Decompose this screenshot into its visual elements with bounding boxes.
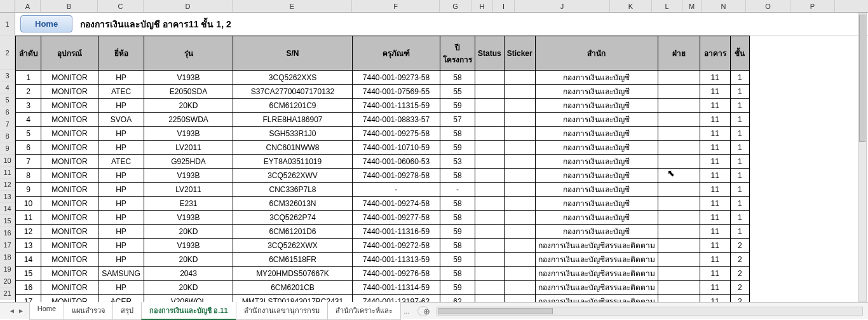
cell[interactable]: 1 [730,113,749,127]
cell[interactable]: 2 [730,295,749,303]
cell[interactable] [475,239,505,253]
table-header[interactable]: สำนัก [535,36,658,71]
cell[interactable]: 7440-001-09275-58 [353,127,440,141]
cell[interactable]: 10 [16,197,41,211]
cell[interactable]: 11 [700,253,730,267]
table-header[interactable]: อุปกรณ์ [41,36,98,71]
cell[interactable]: 20KD [144,281,233,295]
row-header-3[interactable]: 3 [0,70,15,82]
select-all-corner[interactable] [0,0,15,13]
cell[interactable]: HP [98,169,144,183]
cell[interactable] [504,239,535,253]
table-header[interactable]: ชั้น [730,36,749,71]
cell[interactable] [658,239,700,253]
cell[interactable]: HP [98,99,144,113]
cell[interactable] [658,295,700,303]
cell[interactable]: 6CM326013N [233,197,353,211]
cell[interactable] [504,267,535,281]
cell[interactable]: HP [98,211,144,225]
cell[interactable]: HP [98,253,144,267]
table-row[interactable]: 1MONITORHPV193B3CQ5262XXS7440-001-09273-… [16,71,750,85]
cell[interactable] [658,141,700,155]
sheet-tab[interactable]: แผนสำรวจ [64,302,113,320]
cell[interactable]: CNC601NWW8 [233,141,353,155]
cell[interactable]: 55 [440,85,475,99]
col-header-E[interactable]: E [233,0,352,12]
sheet-tab[interactable]: สำนักงานเลขานุการกรม [236,302,328,320]
cell[interactable]: V206WQL [144,295,233,303]
cell[interactable]: MONITOR [41,225,98,239]
cell[interactable]: 1 [730,225,749,239]
cell[interactable]: 11 [700,71,730,85]
cell[interactable] [658,127,700,141]
cell[interactable]: 7440-001-09272-58 [353,239,440,253]
cell[interactable]: 6 [16,141,41,155]
cell[interactable]: 11 [700,183,730,197]
cell[interactable] [475,253,505,267]
cell[interactable]: กองการเงินและบัญชี [535,141,658,155]
cell[interactable] [658,155,700,169]
row-header-8[interactable]: 8 [0,130,15,143]
cell[interactable]: 11 [700,127,730,141]
cell[interactable]: กองการเงินและบัญชีสรรและติดตาม [535,239,658,253]
cell[interactable]: 8 [16,169,41,183]
cell[interactable]: 11 [700,295,730,303]
cell[interactable] [504,155,535,169]
cell[interactable] [504,71,535,85]
cell[interactable]: 6CM61201D6 [233,225,353,239]
cell[interactable]: HP [98,141,144,155]
cell[interactable]: E231 [144,197,233,211]
cell[interactable]: 2 [730,267,749,281]
cell[interactable] [658,71,700,85]
cell[interactable] [475,169,505,183]
col-header-J[interactable]: J [515,0,610,12]
row-header-2[interactable]: 2 [0,36,15,70]
cell[interactable]: 58 [440,71,475,85]
cell[interactable] [475,211,505,225]
row-header-13[interactable]: 13 [0,191,15,203]
cell[interactable] [658,211,700,225]
cell[interactable]: 1 [730,155,749,169]
table-row[interactable]: 16MONITORHP20KD6CM6201CB7440-001-11314-5… [16,281,750,295]
cell[interactable]: MONITOR [41,239,98,253]
cell[interactable]: - [440,183,475,197]
table-header[interactable]: S/N [233,36,353,71]
table-header[interactable]: ปีโครงการ [440,36,475,71]
cell[interactable]: 2 [16,85,41,99]
cell[interactable]: V193B [144,239,233,253]
cell[interactable] [504,141,535,155]
cell[interactable]: MONITOR [41,155,98,169]
sheet-tab[interactable]: สำนักวิเคราะห์และ [327,302,401,320]
row-header-4[interactable]: 4 [0,82,15,94]
cell[interactable]: MONITOR [41,113,98,127]
cell[interactable]: 4 [16,113,41,127]
cell[interactable]: กองการเงินและบัญชี [535,169,658,183]
cell[interactable] [475,155,505,169]
cell[interactable]: 7440-001-13197-62 [353,295,440,303]
cell[interactable]: กองการเงินและบัญชี [535,197,658,211]
cell[interactable]: HP [98,197,144,211]
cell[interactable]: 59 [440,253,475,267]
cell[interactable]: 57 [440,113,475,127]
cell[interactable]: 11 [700,169,730,183]
cell[interactable] [504,211,535,225]
cell[interactable]: G925HDA [144,155,233,169]
cell[interactable]: ATEC [98,85,144,99]
cell[interactable]: 1 [730,99,749,113]
cell[interactable]: 1 [730,169,749,183]
cell[interactable] [658,267,700,281]
cell[interactable]: กองการเงินและบัญชี [535,113,658,127]
cell[interactable]: SVOA [98,113,144,127]
cell[interactable] [504,225,535,239]
row-header-10[interactable]: 10 [0,155,15,167]
row-header-19[interactable]: 19 [0,263,15,275]
cell[interactable] [475,183,505,197]
cell[interactable]: S37CA27700407170132 [233,85,353,99]
cell[interactable]: 14 [16,253,41,267]
table-row[interactable]: 4MONITORSVOA2250SWDAFLRE8HA1869077440-00… [16,113,750,127]
cell[interactable] [658,253,700,267]
cell[interactable]: 11 [700,155,730,169]
cell[interactable]: 1 [16,71,41,85]
col-header-F[interactable]: F [352,0,440,12]
cell[interactable] [504,85,535,99]
